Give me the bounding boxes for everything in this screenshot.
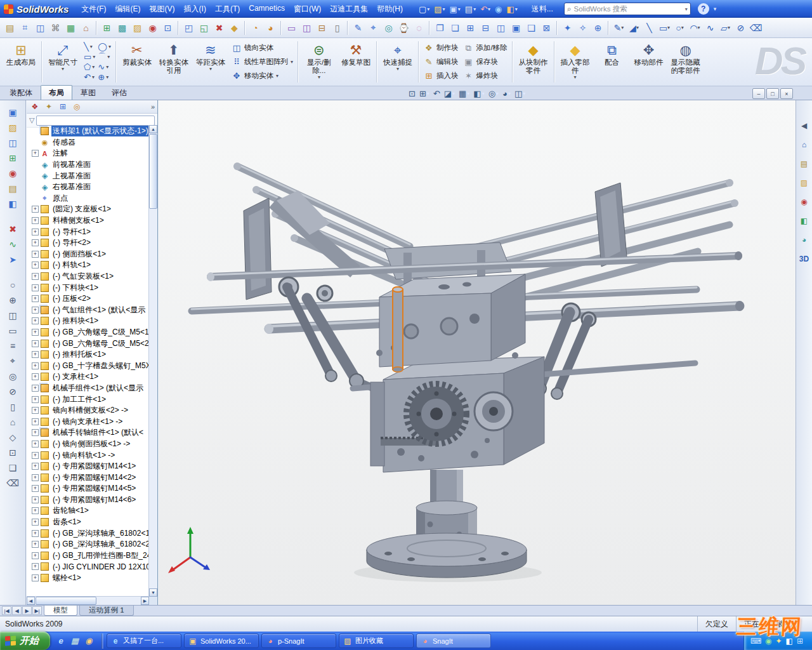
sketch-tool-icon[interactable]: ◯▾ <box>98 42 111 51</box>
toolbar-icon[interactable]: ◌ <box>412 20 426 35</box>
zoom-fit-icon[interactable]: ⊡ <box>407 88 417 99</box>
commandmanager-tab[interactable]: 布局 <box>41 85 72 100</box>
tree-item[interactable]: +料槽侧支板<1> <box>28 215 149 227</box>
toolbar-icon[interactable]: ◰ <box>181 20 196 35</box>
minimize-doc-button[interactable]: ‒ <box>752 88 765 99</box>
expand-icon[interactable]: + <box>32 351 39 358</box>
toolbar-icon[interactable]: ▭▾ <box>657 20 672 35</box>
expand-icon[interactable]: + <box>32 150 39 157</box>
toolbar-icon[interactable]: ⊞ <box>100 20 114 35</box>
ie-icon[interactable]: e <box>55 635 67 647</box>
toolbar-icon[interactable]: ⌖ <box>366 20 381 35</box>
dropdown-caret-icon[interactable]: ▾ <box>276 73 278 79</box>
sketch-tool-icon[interactable]: ⌒▾ <box>98 52 111 62</box>
tree-item[interactable]: +(-) 下料块<1> <box>28 282 149 293</box>
dropdown-caret-icon[interactable]: ▾ <box>106 64 108 70</box>
edit-appearance-icon[interactable]: ◕▾ <box>501 88 512 99</box>
left-toolbar-icon[interactable]: ⌫ <box>5 476 20 489</box>
previous-view-icon[interactable]: ↶ <box>432 88 442 99</box>
filter-funnel-icon[interactable]: ▽ <box>29 116 34 124</box>
toolbar-icon[interactable]: ◫ <box>299 20 314 35</box>
dropdown-caret-icon[interactable]: ▾ <box>698 25 700 30</box>
apply-scene-icon[interactable]: ◫▾ <box>513 88 527 99</box>
dropdown-caret-icon[interactable]: ▾ <box>443 6 445 12</box>
tab-scroll-button[interactable]: ▶ <box>22 606 32 615</box>
left-toolbar-icon[interactable]: ◇ <box>5 430 20 444</box>
expand-icon[interactable]: + <box>32 239 39 246</box>
menu-item[interactable]: 编辑(E) <box>111 1 145 17</box>
dropdown-caret-icon[interactable]: ▾ <box>458 6 461 12</box>
left-toolbar-icon[interactable]: ▤ <box>5 182 20 195</box>
menu-item[interactable]: 迈迪工具集 <box>325 1 372 17</box>
dropdown-caret-icon[interactable]: ▾ <box>92 74 95 80</box>
expand-icon[interactable]: + <box>32 340 39 347</box>
toolbar-icon[interactable]: ◫ <box>33 20 48 35</box>
linear-sketch-pattern-button[interactable]: ⠿线性草图阵列▾ <box>232 55 293 69</box>
taskbar-task-button[interactable]: e又搞了一台... <box>107 633 181 648</box>
menu-item[interactable]: 窗口(W) <box>289 1 325 17</box>
toolbar-icon[interactable]: ⌘ <box>48 20 63 35</box>
tree-item[interactable]: +(-) 导杆<2> <box>28 237 149 249</box>
menu-item[interactable]: 工具(T) <box>211 1 244 17</box>
toolbar-icon[interactable]: ▣ <box>509 20 523 35</box>
display-delete-relations-button[interactable]: ⊜显示/删除...▾ <box>301 39 337 84</box>
toolbar-icon[interactable]: ⊟ <box>315 20 329 35</box>
show-desktop-icon[interactable]: ▦ <box>69 635 81 647</box>
left-toolbar-icon[interactable]: ⊞ <box>5 151 20 164</box>
dropdown-caret-icon[interactable]: ▾ <box>515 6 518 12</box>
left-toolbar-icon[interactable]: ⌖ <box>5 354 20 368</box>
toolbar-icon[interactable]: ◢▾ <box>627 20 641 35</box>
document-name[interactable]: 送料... <box>527 3 558 16</box>
expand-icon[interactable]: + <box>32 574 39 581</box>
commandmanager-tab[interactable]: 装配体 <box>2 86 40 100</box>
expand-icon[interactable]: + <box>32 262 39 269</box>
dropdown-caret-icon[interactable]: ▾ <box>92 64 95 70</box>
tree-item[interactable]: +(-) 专用紧固螺钉M14<1> <box>28 461 149 472</box>
view-palette-icon[interactable]: ◧ <box>798 215 811 227</box>
hide-show-items-icon[interactable]: ◎▾ <box>487 88 500 99</box>
left-toolbar-icon[interactable]: ○ <box>5 278 20 291</box>
expand-icon[interactable]: + <box>32 407 39 414</box>
repair-sketch-button[interactable]: ⚒修复草图 <box>337 39 374 84</box>
commandmanager-tab[interactable]: 草图 <box>73 86 103 100</box>
save-block-button[interactable]: ▣保存块 <box>463 55 507 69</box>
toolbar-icon[interactable]: ▱▾ <box>718 20 733 35</box>
tree-item[interactable]: +(-) GB_六角螺母_C级_M5<2> <box>28 338 149 349</box>
mate-button[interactable]: ⧉配合 <box>594 39 631 84</box>
propertymanager-tab-icon[interactable]: ✦ <box>43 102 55 112</box>
left-toolbar-icon[interactable]: ∿ <box>5 237 20 251</box>
dropdown-caret-icon[interactable]: ▾ <box>62 67 64 71</box>
tree-item[interactable]: +(-) 加工工件<1> <box>28 394 149 405</box>
expand-icon[interactable]: + <box>32 429 39 436</box>
restore-doc-button[interactable]: □ <box>766 88 779 99</box>
expand-icon[interactable]: + <box>32 396 39 403</box>
toolbar-icon[interactable]: ◠▾ <box>688 20 702 35</box>
toolbar-icon[interactable]: ⊡ <box>160 20 175 35</box>
tree-item[interactable]: +(-) 推料块<1> <box>28 315 149 327</box>
tree-item[interactable]: +(-) 镜向料轨<1> -> <box>28 449 149 461</box>
dropdown-caret-icon[interactable]: ▾ <box>452 91 455 96</box>
expand-icon[interactable]: + <box>32 217 39 224</box>
expand-icon[interactable]: + <box>32 541 39 548</box>
expand-icon[interactable]: + <box>32 373 39 380</box>
menu-item[interactable]: Camnetics <box>244 1 289 17</box>
toolbar-icon[interactable]: ◉ <box>145 20 160 35</box>
toolbar-icon[interactable]: ▨ <box>130 20 145 35</box>
document-tab[interactable]: 模型 <box>44 606 77 616</box>
left-toolbar-icon[interactable]: ◫ <box>5 308 20 322</box>
edit-block-button[interactable]: ✎编辑块 <box>424 55 459 69</box>
left-toolbar-icon[interactable]: ✖ <box>5 222 20 235</box>
zoom-area-icon[interactable]: ⊞▾ <box>418 88 431 99</box>
left-toolbar-icon[interactable]: ▨ <box>5 121 20 134</box>
dropdown-caret-icon[interactable]: ▾ <box>681 25 684 30</box>
expand-icon[interactable]: + <box>32 530 39 537</box>
toolbar-icon[interactable]: ◆ <box>227 20 242 35</box>
dropdown-caret-icon[interactable]: ▾ <box>508 91 511 96</box>
start-button[interactable]: 开始 <box>0 632 50 650</box>
tree-item[interactable]: +(-) 气缸组件<1> (默认<显示 <box>28 305 149 316</box>
toolbar-icon[interactable]: ❑ <box>524 20 539 35</box>
search-input[interactable]: SolidWorks 搜索 <box>574 4 683 14</box>
featuremanager-tab-icon[interactable]: ❖ <box>29 102 41 112</box>
insert-components-button[interactable]: ◆插入零部件▾ <box>557 39 594 84</box>
left-toolbar-icon[interactable]: ⊘ <box>5 385 20 398</box>
